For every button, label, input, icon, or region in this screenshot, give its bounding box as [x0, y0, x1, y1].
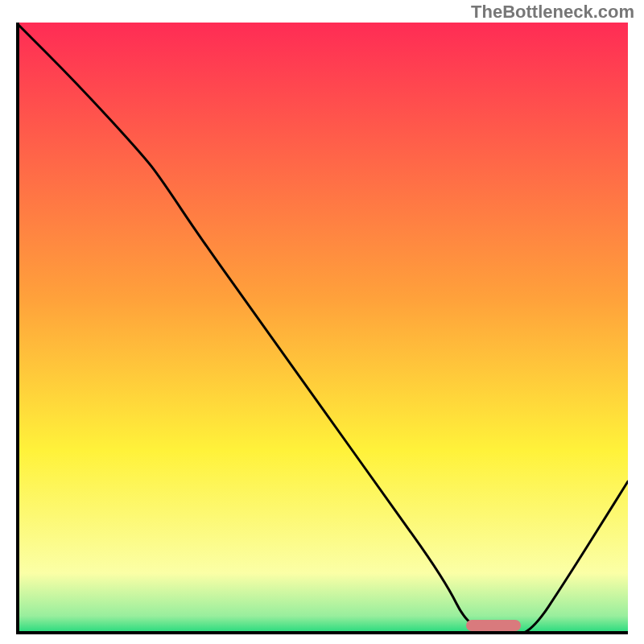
optimal-range-marker [466, 620, 521, 631]
chart-axes [16, 23, 628, 634]
attribution-text: TheBottleneck.com [471, 2, 634, 23]
